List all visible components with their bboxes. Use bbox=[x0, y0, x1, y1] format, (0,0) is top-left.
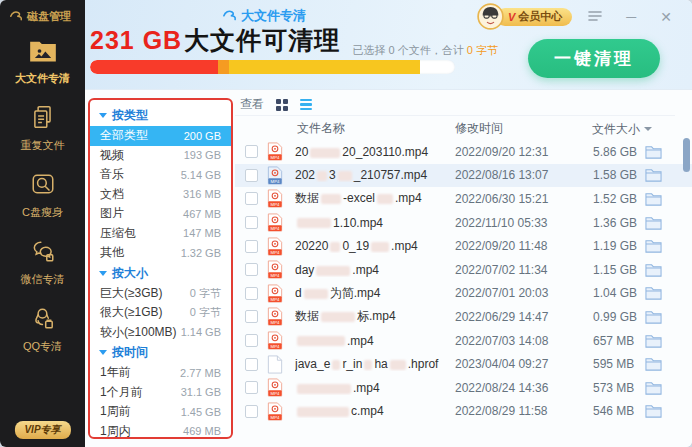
table-row[interactable]: MP4.mp42022/07/03 14:08657 MB bbox=[235, 329, 692, 353]
redacted-text bbox=[321, 194, 341, 204]
open-folder-icon[interactable] bbox=[645, 192, 663, 206]
redacted-text bbox=[317, 171, 327, 181]
column-file-size[interactable]: 文件大小 bbox=[592, 120, 652, 138]
filter-item-value: 467 MB bbox=[183, 208, 221, 220]
filter-item-2-2[interactable]: 1周前1.45 GB bbox=[90, 402, 231, 422]
row-checkbox[interactable] bbox=[245, 192, 258, 205]
open-folder-icon[interactable] bbox=[645, 216, 663, 230]
filter-item-0-2[interactable]: 音乐5.14 GB bbox=[90, 165, 231, 185]
menu-icon[interactable] bbox=[588, 10, 602, 24]
filter-item-0-3[interactable]: 文档316 MB bbox=[90, 185, 231, 205]
vip-badge[interactable]: VIP专享 bbox=[14, 421, 70, 439]
file-size: 0.99 GB bbox=[593, 310, 645, 324]
filter-item-2-0[interactable]: 1年前2.77 MB bbox=[90, 363, 231, 383]
row-checkbox[interactable] bbox=[245, 287, 258, 300]
table-header: 文件名称 修改时间 文件大小 bbox=[235, 120, 692, 138]
file-name-text: 标.mp4 bbox=[357, 309, 396, 323]
grid-view-icon[interactable] bbox=[276, 99, 288, 111]
open-folder-icon[interactable] bbox=[645, 239, 663, 253]
filter-item-0-6[interactable]: 其他1.32 GB bbox=[90, 243, 231, 263]
filter-section-title-1[interactable]: 按大小 bbox=[90, 263, 231, 284]
filter-item-value: 1.32 GB bbox=[181, 247, 221, 259]
row-checkbox[interactable] bbox=[245, 358, 258, 371]
filter-item-value: 2.77 MB bbox=[180, 367, 221, 379]
row-checkbox[interactable] bbox=[245, 145, 258, 158]
one-click-clean-button[interactable]: 一键清理 bbox=[528, 39, 660, 78]
filter-panel: 按类型全部类型200 GB视频193 GB音乐5.14 GB文档316 MB图片… bbox=[88, 98, 233, 439]
row-checkbox[interactable] bbox=[245, 381, 258, 394]
close-icon[interactable]: ✕ bbox=[660, 10, 672, 24]
table-row[interactable]: MP4数据-excel.mp42022/06/30 15:211.52 GB bbox=[235, 187, 692, 211]
sidebar-item-1[interactable]: 重复文件 bbox=[0, 95, 85, 162]
column-modified-time[interactable]: 修改时间 bbox=[455, 120, 592, 138]
redacted-text bbox=[332, 360, 340, 370]
table-row[interactable]: MP4202200_19.mp42022/09/20 11:481.19 GB bbox=[235, 234, 692, 258]
mp4-file-icon: MP4 bbox=[267, 189, 283, 208]
open-folder-icon[interactable] bbox=[645, 404, 663, 418]
sidebar-item-3[interactable]: 微信专清 bbox=[0, 229, 85, 296]
sidebar-item-label: C盘瘦身 bbox=[22, 205, 63, 220]
row-checkbox[interactable] bbox=[245, 216, 258, 229]
member-center-button[interactable]: V 会员中心 bbox=[496, 8, 572, 26]
filter-item-0-4[interactable]: 图片467 MB bbox=[90, 204, 231, 224]
user-avatar[interactable] bbox=[477, 3, 504, 30]
filter-item-1-2[interactable]: 较小(≥100MB)1.14 GB bbox=[90, 323, 231, 343]
open-folder-icon[interactable] bbox=[645, 145, 663, 159]
filter-section-label: 按时间 bbox=[112, 344, 148, 361]
redacted-text bbox=[371, 242, 389, 252]
file-name-text: 数据 bbox=[295, 191, 319, 205]
redacted-text bbox=[316, 266, 350, 276]
row-checkbox[interactable] bbox=[245, 169, 258, 182]
list-view-icon[interactable] bbox=[300, 99, 312, 111]
user-area: V 会员中心 ─ ✕ bbox=[477, 3, 672, 30]
table-row[interactable]: MP4day.mp42022/07/02 11:341.15 GB bbox=[235, 258, 692, 282]
filter-item-0-0[interactable]: 全部类型200 GB bbox=[90, 126, 231, 146]
minimize-icon[interactable]: ─ bbox=[626, 10, 636, 24]
filter-item-0-5[interactable]: 压缩包147 MB bbox=[90, 224, 231, 244]
mp4-file-icon: MP4 bbox=[267, 378, 283, 397]
row-checkbox[interactable] bbox=[245, 405, 258, 418]
table-row[interactable]: MP42023_210757.mp42022/08/16 13:071.58 G… bbox=[235, 164, 692, 188]
open-folder-icon[interactable] bbox=[645, 381, 663, 395]
file-name-text: 1.10.mp4 bbox=[333, 216, 383, 230]
table-row[interactable]: MP42020_203110.mp42022/09/20 12:315.86 G… bbox=[235, 140, 692, 164]
open-folder-icon[interactable] bbox=[645, 263, 663, 277]
filter-item-label: 1个月前 bbox=[100, 384, 143, 401]
table-row[interactable]: MP4数据标.mp42022/06/29 14:470.99 GB bbox=[235, 305, 692, 329]
cleanup-progress-bar bbox=[90, 60, 455, 74]
open-folder-icon[interactable] bbox=[645, 168, 663, 182]
open-folder-icon[interactable] bbox=[645, 310, 663, 324]
sidebar-item-2[interactable]: C盘瘦身 bbox=[0, 162, 85, 229]
row-checkbox[interactable] bbox=[245, 263, 258, 276]
row-checkbox[interactable] bbox=[245, 240, 258, 253]
table-row[interactable]: MP4c.mp42022/08/29 11:58546 MB bbox=[235, 400, 692, 424]
table-row[interactable]: java_er_inha.hprof2023/04/04 09:27595 MB bbox=[235, 352, 692, 376]
filter-section-title-0[interactable]: 按类型 bbox=[90, 105, 231, 126]
table-row[interactable]: MP4.mp42022/08/24 14:36573 MB bbox=[235, 376, 692, 400]
scrollbar-thumb[interactable] bbox=[683, 138, 690, 172]
open-folder-icon[interactable] bbox=[645, 334, 663, 348]
table-row[interactable]: MP41.10.mp42022/11/10 05:331.36 GB bbox=[235, 211, 692, 235]
filter-item-1-0[interactable]: 巨大(≥3GB)0 字节 bbox=[90, 284, 231, 304]
mp4-file-icon: MP4 bbox=[267, 213, 283, 232]
svg-text:MP4: MP4 bbox=[271, 249, 281, 254]
redacted-text bbox=[364, 360, 372, 370]
filter-section-title-2[interactable]: 按时间 bbox=[90, 342, 231, 363]
row-checkbox[interactable] bbox=[245, 334, 258, 347]
open-folder-icon[interactable] bbox=[645, 357, 663, 371]
file-name-text: 20 bbox=[295, 145, 308, 159]
filter-item-2-1[interactable]: 1个月前31.1 GB bbox=[90, 383, 231, 403]
file-name-text: .mp4 bbox=[347, 334, 374, 348]
filter-item-value: 200 GB bbox=[184, 130, 221, 142]
filter-item-1-1[interactable]: 很大(≥1GB)0 字节 bbox=[90, 303, 231, 323]
open-folder-icon[interactable] bbox=[645, 286, 663, 300]
svg-text:MP4: MP4 bbox=[271, 415, 281, 420]
filter-item-0-1[interactable]: 视频193 GB bbox=[90, 146, 231, 166]
sidebar-item-4[interactable]: QQ专清 bbox=[0, 296, 85, 363]
mp4-file-icon: MP4 bbox=[267, 284, 283, 303]
filter-item-2-3[interactable]: 1周内469 MB bbox=[90, 422, 231, 440]
column-file-name[interactable]: 文件名称 bbox=[297, 120, 455, 138]
table-row[interactable]: MP4d为简.mp42022/07/01 20:031.04 GB bbox=[235, 282, 692, 306]
row-checkbox[interactable] bbox=[245, 310, 258, 323]
sidebar-item-0[interactable]: 大文件专清 bbox=[0, 30, 85, 95]
